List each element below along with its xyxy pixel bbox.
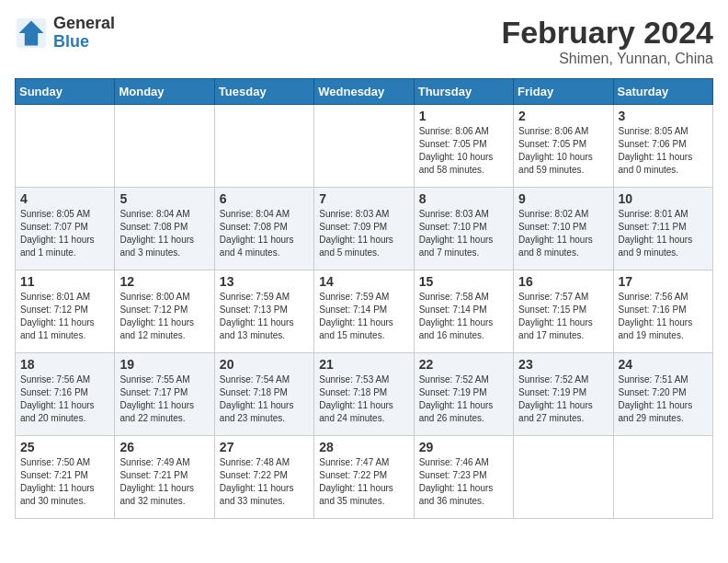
- calendar-cell: 7Sunrise: 8:03 AM Sunset: 7:09 PM Daylig…: [314, 188, 414, 270]
- day-number: 24: [619, 357, 708, 372]
- calendar-cell: [514, 436, 613, 519]
- day-number: 14: [319, 274, 408, 289]
- calendar-cell: 14Sunrise: 7:59 AM Sunset: 7:14 PM Dayli…: [314, 270, 414, 353]
- day-info: Sunrise: 7:48 AM Sunset: 7:22 PM Dayligh…: [220, 456, 309, 508]
- calendar-table: SundayMondayTuesdayWednesdayThursdayFrid…: [15, 78, 713, 519]
- day-number: 8: [419, 191, 508, 206]
- day-number: 22: [419, 357, 508, 372]
- week-row-4: 25Sunrise: 7:50 AM Sunset: 7:21 PM Dayli…: [16, 436, 713, 519]
- day-info: Sunrise: 7:46 AM Sunset: 7:23 PM Dayligh…: [419, 456, 508, 508]
- calendar-cell: 15Sunrise: 7:58 AM Sunset: 7:14 PM Dayli…: [414, 270, 513, 353]
- location: Shimen, Yunnan, China: [501, 51, 713, 67]
- day-info: Sunrise: 7:59 AM Sunset: 7:14 PM Dayligh…: [319, 291, 408, 342]
- day-number: 4: [20, 191, 109, 206]
- weekday-row: SundayMondayTuesdayWednesdayThursdayFrid…: [16, 79, 713, 105]
- day-info: Sunrise: 7:49 AM Sunset: 7:21 PM Dayligh…: [119, 456, 209, 508]
- calendar-cell: 21Sunrise: 7:53 AM Sunset: 7:18 PM Dayli…: [314, 353, 414, 436]
- weekday-header-friday: Friday: [514, 79, 613, 105]
- week-row-0: 1Sunrise: 8:06 AM Sunset: 7:05 PM Daylig…: [16, 105, 713, 188]
- logo-general-text: General: [53, 15, 115, 33]
- calendar-cell: 27Sunrise: 7:48 AM Sunset: 7:22 PM Dayli…: [214, 436, 313, 519]
- weekday-header-thursday: Thursday: [414, 79, 513, 105]
- day-info: Sunrise: 7:51 AM Sunset: 7:20 PM Dayligh…: [619, 373, 708, 425]
- day-info: Sunrise: 8:02 AM Sunset: 7:10 PM Dayligh…: [518, 208, 608, 259]
- day-number: 17: [619, 274, 708, 289]
- day-number: 7: [319, 191, 408, 206]
- day-number: 12: [119, 274, 209, 289]
- day-info: Sunrise: 8:06 AM Sunset: 7:05 PM Dayligh…: [518, 125, 608, 177]
- weekday-header-saturday: Saturday: [613, 79, 712, 105]
- day-info: Sunrise: 7:58 AM Sunset: 7:14 PM Dayligh…: [419, 291, 508, 342]
- week-row-2: 11Sunrise: 8:01 AM Sunset: 7:12 PM Dayli…: [16, 270, 713, 353]
- day-info: Sunrise: 8:03 AM Sunset: 7:10 PM Dayligh…: [419, 208, 508, 259]
- day-info: Sunrise: 8:00 AM Sunset: 7:12 PM Dayligh…: [119, 291, 209, 342]
- day-info: Sunrise: 7:52 AM Sunset: 7:19 PM Dayligh…: [419, 373, 508, 425]
- calendar-cell: 9Sunrise: 8:02 AM Sunset: 7:10 PM Daylig…: [514, 188, 613, 270]
- calendar-cell: 18Sunrise: 7:56 AM Sunset: 7:16 PM Dayli…: [16, 353, 115, 436]
- calendar-cell: 16Sunrise: 7:57 AM Sunset: 7:15 PM Dayli…: [514, 270, 613, 353]
- calendar-cell: 26Sunrise: 7:49 AM Sunset: 7:21 PM Dayli…: [115, 436, 214, 519]
- calendar-cell: 29Sunrise: 7:46 AM Sunset: 7:23 PM Dayli…: [414, 436, 513, 519]
- day-info: Sunrise: 8:05 AM Sunset: 7:07 PM Dayligh…: [20, 208, 109, 259]
- logo-text: General Blue: [53, 15, 115, 52]
- day-info: Sunrise: 7:55 AM Sunset: 7:17 PM Dayligh…: [119, 373, 209, 425]
- day-info: Sunrise: 7:57 AM Sunset: 7:15 PM Dayligh…: [518, 291, 608, 342]
- day-number: 15: [419, 274, 508, 289]
- calendar-cell: 17Sunrise: 7:56 AM Sunset: 7:16 PM Dayli…: [613, 270, 712, 353]
- calendar-cell: 2Sunrise: 8:06 AM Sunset: 7:05 PM Daylig…: [514, 105, 613, 188]
- day-info: Sunrise: 8:03 AM Sunset: 7:09 PM Dayligh…: [319, 208, 408, 259]
- day-number: 20: [220, 357, 309, 372]
- calendar-cell: 11Sunrise: 8:01 AM Sunset: 7:12 PM Dayli…: [16, 270, 115, 353]
- day-number: 19: [119, 357, 209, 372]
- day-info: Sunrise: 8:05 AM Sunset: 7:06 PM Dayligh…: [619, 125, 708, 177]
- day-info: Sunrise: 7:53 AM Sunset: 7:18 PM Dayligh…: [319, 373, 408, 425]
- calendar-cell: [314, 105, 414, 188]
- logo-blue-text: Blue: [53, 33, 115, 52]
- calendar-cell: 5Sunrise: 8:04 AM Sunset: 7:08 PM Daylig…: [115, 188, 214, 270]
- month-year: February 2024: [501, 15, 713, 51]
- weekday-header-wednesday: Wednesday: [314, 79, 414, 105]
- page-header: General Blue February 2024 Shimen, Yunna…: [15, 15, 713, 67]
- logo-icon: [15, 17, 48, 50]
- title-block: February 2024 Shimen, Yunnan, China: [501, 15, 713, 67]
- day-number: 23: [518, 357, 608, 372]
- day-info: Sunrise: 7:59 AM Sunset: 7:13 PM Dayligh…: [220, 291, 309, 342]
- calendar-header: SundayMondayTuesdayWednesdayThursdayFrid…: [16, 79, 713, 105]
- day-number: 6: [220, 191, 309, 206]
- day-info: Sunrise: 8:06 AM Sunset: 7:05 PM Dayligh…: [419, 125, 508, 177]
- calendar-cell: [613, 436, 712, 519]
- calendar-cell: [16, 105, 115, 188]
- day-number: 9: [518, 191, 608, 206]
- day-number: 5: [119, 191, 209, 206]
- day-number: 16: [518, 274, 608, 289]
- weekday-header-monday: Monday: [115, 79, 214, 105]
- calendar-cell: 23Sunrise: 7:52 AM Sunset: 7:19 PM Dayli…: [514, 353, 613, 436]
- calendar-cell: 28Sunrise: 7:47 AM Sunset: 7:22 PM Dayli…: [314, 436, 414, 519]
- day-number: 13: [220, 274, 309, 289]
- calendar-cell: 3Sunrise: 8:05 AM Sunset: 7:06 PM Daylig…: [613, 105, 712, 188]
- calendar-cell: 24Sunrise: 7:51 AM Sunset: 7:20 PM Dayli…: [613, 353, 712, 436]
- day-info: Sunrise: 8:04 AM Sunset: 7:08 PM Dayligh…: [220, 208, 309, 259]
- day-info: Sunrise: 8:04 AM Sunset: 7:08 PM Dayligh…: [119, 208, 209, 259]
- day-number: 28: [319, 440, 408, 454]
- day-number: 21: [319, 357, 408, 372]
- calendar-cell: [214, 105, 313, 188]
- day-number: 26: [119, 440, 209, 454]
- calendar-cell: 22Sunrise: 7:52 AM Sunset: 7:19 PM Dayli…: [414, 353, 513, 436]
- day-info: Sunrise: 7:47 AM Sunset: 7:22 PM Dayligh…: [319, 456, 408, 508]
- day-info: Sunrise: 7:50 AM Sunset: 7:21 PM Dayligh…: [20, 456, 109, 508]
- calendar-cell: 1Sunrise: 8:06 AM Sunset: 7:05 PM Daylig…: [414, 105, 513, 188]
- day-number: 10: [619, 191, 708, 206]
- week-row-3: 18Sunrise: 7:56 AM Sunset: 7:16 PM Dayli…: [16, 353, 713, 436]
- day-number: 11: [20, 274, 109, 289]
- day-number: 1: [419, 109, 508, 123]
- calendar-cell: 19Sunrise: 7:55 AM Sunset: 7:17 PM Dayli…: [115, 353, 214, 436]
- day-info: Sunrise: 7:56 AM Sunset: 7:16 PM Dayligh…: [20, 373, 109, 425]
- day-number: 2: [518, 109, 608, 123]
- calendar-cell: 13Sunrise: 7:59 AM Sunset: 7:13 PM Dayli…: [214, 270, 313, 353]
- calendar-cell: 10Sunrise: 8:01 AM Sunset: 7:11 PM Dayli…: [613, 188, 712, 270]
- calendar-cell: 12Sunrise: 8:00 AM Sunset: 7:12 PM Dayli…: [115, 270, 214, 353]
- day-info: Sunrise: 7:54 AM Sunset: 7:18 PM Dayligh…: [220, 373, 309, 425]
- calendar-cell: 6Sunrise: 8:04 AM Sunset: 7:08 PM Daylig…: [214, 188, 313, 270]
- calendar-cell: 8Sunrise: 8:03 AM Sunset: 7:10 PM Daylig…: [414, 188, 513, 270]
